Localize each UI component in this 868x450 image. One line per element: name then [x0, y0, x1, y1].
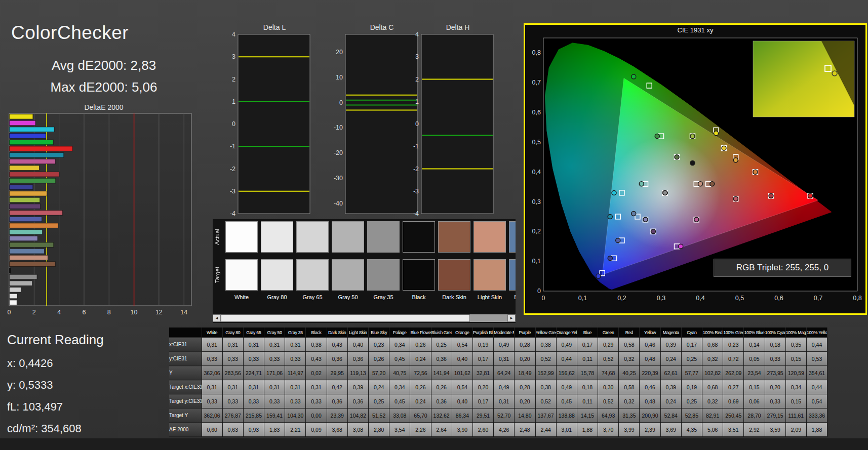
scrollbar-thumb[interactable] — [221, 314, 470, 322]
swatch-label: Gray 65 — [295, 294, 330, 300]
axis-tick-label: -1 — [413, 143, 419, 150]
table-cell: 2,80 — [369, 423, 389, 437]
table-cell: 0,48 — [640, 352, 660, 366]
axis-tick-label: 0 — [8, 309, 11, 316]
deltae-bar — [10, 288, 21, 292]
table-cell: 14,15 — [577, 408, 598, 423]
table-cell: 72,56 — [410, 366, 431, 380]
swatch-target[interactable] — [474, 259, 506, 291]
table-cell: 0,40 — [452, 352, 472, 366]
swatch-target[interactable] — [261, 259, 293, 291]
table-cell: 0,11 — [577, 352, 598, 366]
axis-tick-label: 0,2 — [617, 295, 626, 302]
swatch-actual[interactable] — [403, 221, 435, 253]
swatch-label: Black — [401, 294, 437, 300]
table-cell: 0,18 — [765, 338, 785, 352]
table-cell: 0,24 — [410, 352, 431, 366]
table-cell: 0,20 — [515, 394, 535, 408]
delta-l-canvas: 43210-1-2-3-4 — [222, 32, 313, 217]
table-cell: 0,25 — [681, 394, 702, 408]
axis-tick-label: 20 — [336, 49, 343, 56]
deltae-bar — [10, 230, 43, 234]
table-cell: 52,70 — [494, 408, 515, 423]
table-cell: 102,82 — [702, 366, 723, 380]
table-cell: 0,48 — [640, 394, 660, 408]
table-cell: 57,20 — [369, 366, 389, 380]
measured-marker-Magenta — [694, 217, 699, 222]
swatch-target[interactable] — [509, 259, 516, 291]
patch-swatch-strip: Actual Target WhiteGray 80Gray 65Gray 50… — [213, 219, 516, 323]
axis-tick-label: -10 — [334, 124, 343, 131]
strip-plot-area — [238, 34, 310, 214]
table-cell: 0,31 — [243, 338, 264, 352]
swatch-actual[interactable] — [509, 221, 516, 253]
table-cell: 0,28 — [515, 338, 535, 352]
table-cell: 0,33 — [765, 352, 785, 366]
table-cell: 0,26 — [410, 338, 431, 352]
table-cell: 64,24 — [494, 366, 515, 380]
swatch-actual[interactable] — [474, 221, 506, 253]
table-cell: 0,39 — [660, 380, 681, 394]
swatch-scrollbar[interactable]: ◄ ► — [213, 314, 516, 322]
swatch-actual[interactable] — [225, 221, 258, 253]
swatch-column-Gray 65: Gray 65 — [295, 219, 330, 323]
table-cell: 0,15 — [744, 380, 765, 394]
table-cell: 0,17 — [577, 338, 598, 352]
table-cell: 279,15 — [765, 408, 785, 423]
col-header: Foliage — [389, 328, 410, 338]
table-cell: 0,23 — [723, 338, 744, 352]
table-cell: 0,45 — [389, 352, 410, 366]
scroll-right-button[interactable]: ► — [507, 314, 516, 322]
swatch-target[interactable] — [332, 259, 364, 291]
row-label: Target y:CIE31 — [169, 394, 202, 408]
axis-tick-label: 0,8 — [532, 49, 541, 56]
swatch-target[interactable] — [438, 259, 470, 291]
table-cell: 0,31 — [202, 380, 222, 394]
axis-tick-label: 0,8 — [853, 295, 861, 302]
swatch-actual[interactable] — [332, 221, 364, 253]
deltae-bar — [10, 281, 32, 285]
swatch-target[interactable] — [225, 259, 258, 291]
swatch-actual[interactable] — [367, 221, 400, 253]
table-cell: 0,33 — [765, 394, 785, 408]
table-row: y:CIE310,330,330,330,330,330,430,360,360… — [169, 352, 827, 366]
delta-h-title: Delta H — [405, 22, 496, 32]
max-de2000-stat: Max dE2000: 5,06 — [15, 76, 192, 98]
table-cell: 273,95 — [765, 366, 785, 380]
col-header: Red — [619, 328, 640, 338]
table-cell: 0,00 — [306, 408, 327, 423]
table-cell: 0,49 — [494, 338, 515, 352]
axis-tick-label: 1 — [415, 98, 419, 105]
swatch-target[interactable] — [403, 259, 435, 291]
table-cell: 4,26 — [494, 423, 515, 437]
deltae-bar — [10, 300, 17, 305]
axis-tick-label: -2 — [230, 166, 235, 173]
table-cell: 28,70 — [744, 408, 765, 423]
table-cell: 0,52 — [598, 394, 619, 408]
col-header: Yellow Green — [535, 328, 556, 338]
swatch-actual[interactable] — [261, 221, 293, 253]
swatch-actual[interactable] — [296, 221, 329, 253]
table-cell: 0,36 — [347, 394, 368, 408]
table-cell: 0,68 — [702, 338, 723, 352]
swatch-actual[interactable] — [438, 221, 470, 253]
table-cell: 156,62 — [556, 366, 577, 380]
measured-marker-100% Magenta — [679, 244, 683, 249]
measured-marker-Cyan — [608, 214, 612, 219]
table-cell: 0,17 — [472, 352, 493, 366]
swatch-target[interactable] — [296, 259, 329, 291]
scroll-left-button[interactable]: ◄ — [213, 314, 221, 322]
measured-marker-Yellow — [722, 146, 726, 150]
col-header: 100% Red — [702, 328, 723, 338]
table-cell: 40,25 — [619, 366, 640, 380]
deltae-bar — [10, 153, 64, 157]
swatch-target[interactable] — [367, 259, 400, 291]
table-cell: 52,84 — [660, 408, 681, 423]
axis-tick-label: -4 — [413, 210, 419, 217]
table-cell: 0,31 — [264, 338, 285, 352]
table-cell: 120,59 — [785, 366, 806, 380]
table-cell: 0,39 — [660, 338, 681, 352]
col-header: Gray 50 — [264, 328, 285, 338]
table-cell: 0,34 — [389, 380, 410, 394]
axis-tick-label: 3 — [232, 53, 235, 60]
